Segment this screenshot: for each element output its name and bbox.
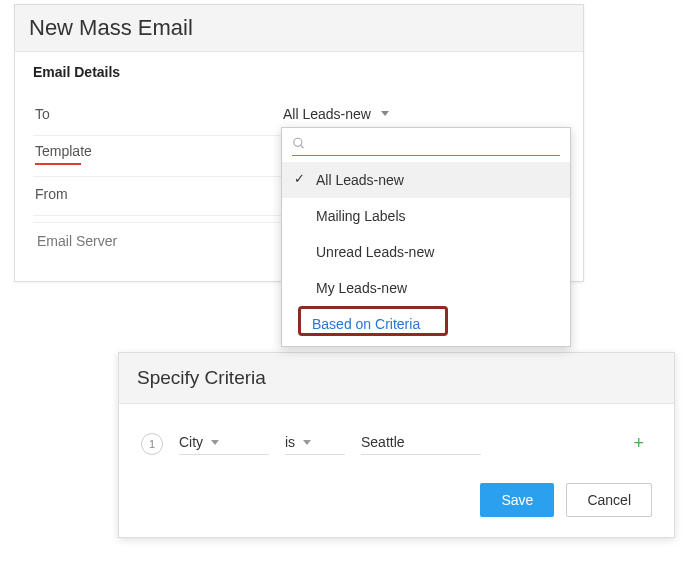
dropdown-item-label: My Leads-new: [316, 280, 407, 296]
from-label: From: [33, 186, 283, 202]
add-criteria-button[interactable]: +: [625, 433, 652, 454]
criteria-value-text: Seattle: [361, 434, 405, 450]
criteria-value-input[interactable]: Seattle: [361, 432, 481, 455]
row-number-badge: 1: [141, 433, 163, 455]
criteria-field-dropdown[interactable]: City: [179, 432, 269, 455]
template-required-underline: [35, 163, 81, 165]
specify-criteria-title: Specify Criteria: [119, 353, 674, 404]
to-label: To: [33, 106, 283, 122]
dropdown-item-mailing-labels[interactable]: Mailing Labels: [282, 198, 570, 234]
save-button[interactable]: Save: [480, 483, 554, 517]
dropdown-search-input[interactable]: [312, 136, 560, 151]
dropdown-item-label: Unread Leads-new: [316, 244, 434, 260]
dropdown-item-my-leads[interactable]: My Leads-new: [282, 270, 570, 306]
template-label: Template: [33, 143, 283, 165]
caret-down-icon: [211, 440, 219, 445]
dropdown-search-wrap: [282, 128, 570, 162]
to-value: All Leads-new: [283, 106, 371, 122]
criteria-row: 1 City is Seattle +: [141, 432, 652, 455]
panel-title: New Mass Email: [15, 5, 583, 52]
caret-down-icon: [381, 111, 389, 116]
dropdown-item-label: Mailing Labels: [316, 208, 406, 224]
criteria-field-value: City: [179, 434, 203, 450]
search-icon: [292, 136, 306, 151]
dropdown-item-unread-leads[interactable]: Unread Leads-new: [282, 234, 570, 270]
svg-line-1: [301, 145, 304, 148]
criteria-footer: Save Cancel: [119, 473, 674, 537]
specify-criteria-panel: Specify Criteria 1 City is Seattle + Sav…: [118, 352, 675, 538]
caret-down-icon: [303, 440, 311, 445]
cancel-button[interactable]: Cancel: [566, 483, 652, 517]
section-title: Email Details: [33, 64, 565, 80]
dropdown-criteria-wrap: Based on Criteria: [282, 306, 570, 346]
plus-icon: +: [633, 433, 644, 453]
svg-point-0: [294, 138, 302, 146]
dropdown-item-all-leads[interactable]: All Leads-new: [282, 162, 570, 198]
based-on-criteria-link[interactable]: Based on Criteria: [304, 312, 428, 336]
to-dropdown-trigger[interactable]: All Leads-new: [283, 106, 389, 122]
dropdown-item-label: All Leads-new: [316, 172, 404, 188]
template-label-text: Template: [35, 143, 92, 159]
criteria-operator-dropdown[interactable]: is: [285, 432, 345, 455]
to-dropdown-menu: All Leads-new Mailing Labels Unread Lead…: [281, 127, 571, 347]
criteria-operator-value: is: [285, 434, 295, 450]
